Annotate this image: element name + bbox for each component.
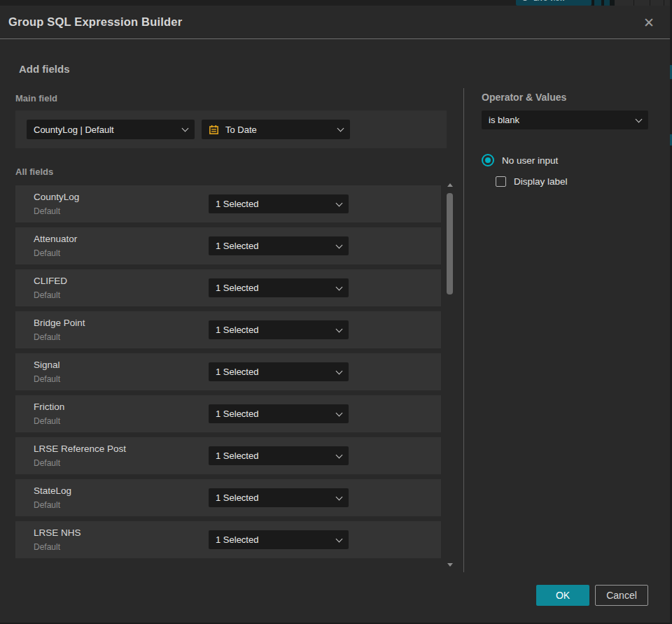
all-fields-list: CountyLog Default 1 Selected Attenuator … bbox=[15, 185, 441, 567]
chevron-down-icon bbox=[336, 283, 343, 290]
selected-count-select[interactable]: 1 Selected bbox=[209, 362, 349, 381]
cancel-button[interactable]: Cancel bbox=[595, 585, 648, 606]
field-row: CLIFED Default 1 Selected bbox=[15, 269, 441, 306]
selected-count-select[interactable]: 1 Selected bbox=[209, 404, 349, 423]
scroll-down-arrow-icon[interactable] bbox=[447, 563, 453, 567]
selected-count-value: 1 Selected bbox=[216, 283, 258, 293]
live-view-toggle: Live view bbox=[516, 0, 592, 6]
radio-dot-icon bbox=[485, 157, 491, 163]
selected-count-select[interactable]: 1 Selected bbox=[209, 530, 349, 549]
close-icon: ✕ bbox=[643, 16, 654, 29]
chevron-down-icon bbox=[336, 409, 343, 416]
operator-select[interactable]: is blank bbox=[482, 111, 648, 129]
field-row: CountyLog Default 1 Selected bbox=[15, 185, 441, 222]
chevron-down-icon bbox=[336, 367, 343, 374]
selected-count-select[interactable]: 1 Selected bbox=[209, 194, 349, 213]
row-field-name: Signal bbox=[34, 360, 60, 370]
chevron-down-icon bbox=[182, 125, 189, 132]
chevron-down-icon bbox=[336, 535, 343, 542]
toggle-knob-icon bbox=[522, 0, 528, 1]
operator-values-heading: Operator & Values bbox=[482, 92, 566, 103]
chevron-down-icon bbox=[336, 493, 343, 500]
row-field-source: Default bbox=[34, 542, 60, 552]
backdrop-teal-fragment bbox=[594, 0, 601, 6]
selected-count-value: 1 Selected bbox=[216, 409, 258, 419]
field-row: Bridge Point Default 1 Selected bbox=[15, 311, 441, 348]
selected-count-select[interactable]: 1 Selected bbox=[209, 488, 349, 507]
field-row: Friction Default 1 Selected bbox=[15, 395, 441, 432]
row-field-source: Default bbox=[34, 458, 60, 468]
row-field-source: Default bbox=[34, 248, 60, 258]
row-field-source: Default bbox=[34, 416, 60, 426]
field-row: LRSE NHS Default 1 Selected bbox=[15, 521, 441, 558]
chevron-down-icon bbox=[336, 199, 343, 206]
row-field-source: Default bbox=[34, 374, 60, 384]
toolbar-separator bbox=[650, 0, 650, 6]
selected-count-value: 1 Selected bbox=[216, 241, 258, 251]
row-field-name: StateLog bbox=[34, 485, 71, 496]
radio-icon bbox=[482, 154, 494, 166]
row-field-name: Friction bbox=[34, 402, 64, 412]
toolbar-separator bbox=[664, 0, 664, 6]
field-row: Signal Default 1 Selected bbox=[15, 353, 441, 390]
field-type-select[interactable]: To Date bbox=[202, 120, 350, 139]
selected-count-select[interactable]: 1 Selected bbox=[209, 446, 349, 465]
no-user-input-label: No user input bbox=[502, 155, 558, 166]
field-row: Attenuator Default 1 Selected bbox=[15, 227, 441, 264]
close-button[interactable]: ✕ bbox=[639, 13, 659, 32]
row-field-name: CLIFED bbox=[34, 276, 67, 286]
selected-count-value: 1 Selected bbox=[216, 367, 258, 377]
selected-count-select[interactable]: 1 Selected bbox=[209, 236, 349, 255]
backdrop-teal-fragment bbox=[604, 0, 610, 6]
ok-button[interactable]: OK bbox=[536, 585, 589, 606]
chevron-down-icon bbox=[336, 325, 343, 332]
selected-count-value: 1 Selected bbox=[216, 325, 258, 335]
backdrop-app-strip: Live view bbox=[0, 0, 672, 6]
main-field-select[interactable]: CountyLog | Default bbox=[27, 120, 195, 139]
list-scrollbar[interactable] bbox=[447, 182, 454, 568]
chevron-down-icon bbox=[336, 241, 343, 248]
live-view-label: Live view bbox=[533, 0, 565, 2]
scrollbar-thumb[interactable] bbox=[447, 193, 453, 295]
selected-count-value: 1 Selected bbox=[216, 199, 258, 209]
operator-select-value: is blank bbox=[489, 115, 519, 125]
row-field-source: Default bbox=[34, 500, 60, 510]
toolbar-separator bbox=[634, 0, 634, 6]
selected-count-value: 1 Selected bbox=[216, 451, 258, 461]
chevron-down-icon bbox=[337, 125, 344, 132]
dialog-titlebar: Group SQL Expression Builder ✕ bbox=[0, 6, 670, 39]
main-field-panel: CountyLog | Default To Date bbox=[15, 111, 447, 148]
calendar-icon bbox=[209, 125, 219, 135]
group-sql-expression-builder-dialog: Group SQL Expression Builder ✕ Add field… bbox=[0, 6, 670, 623]
row-field-name: CountyLog bbox=[34, 192, 79, 202]
add-fields-heading: Add fields bbox=[19, 63, 70, 75]
all-fields-label: All fields bbox=[15, 166, 53, 177]
chevron-down-icon bbox=[336, 451, 343, 458]
row-field-name: Attenuator bbox=[34, 234, 77, 244]
row-field-source: Default bbox=[34, 290, 60, 300]
selected-count-value: 1 Selected bbox=[216, 534, 258, 545]
main-field-select-value: CountyLog | Default bbox=[34, 125, 114, 135]
row-field-name: LRSE Reference Post bbox=[34, 444, 126, 454]
dialog-title: Group SQL Expression Builder bbox=[8, 15, 182, 29]
field-row: StateLog Default 1 Selected bbox=[15, 479, 441, 516]
panel-divider bbox=[463, 88, 464, 572]
row-field-source: Default bbox=[34, 332, 60, 342]
scroll-up-arrow-icon[interactable] bbox=[447, 183, 453, 187]
selected-count-value: 1 Selected bbox=[216, 492, 258, 503]
display-label-text: Display label bbox=[514, 176, 568, 187]
chevron-down-icon bbox=[636, 115, 643, 122]
selected-count-select[interactable]: 1 Selected bbox=[209, 278, 349, 297]
row-field-name: Bridge Point bbox=[34, 318, 85, 328]
row-field-source: Default bbox=[34, 206, 60, 216]
row-field-name: LRSE NHS bbox=[34, 527, 81, 538]
main-field-label: Main field bbox=[15, 93, 57, 104]
field-row: LRSE Reference Post Default 1 Selected bbox=[15, 437, 441, 474]
selected-count-select[interactable]: 1 Selected bbox=[209, 320, 349, 339]
display-label-checkbox[interactable]: Display label bbox=[496, 176, 568, 187]
checkbox-icon bbox=[496, 176, 506, 187]
no-user-input-radio[interactable]: No user input bbox=[482, 154, 558, 166]
field-type-select-value: To Date bbox=[225, 125, 257, 135]
